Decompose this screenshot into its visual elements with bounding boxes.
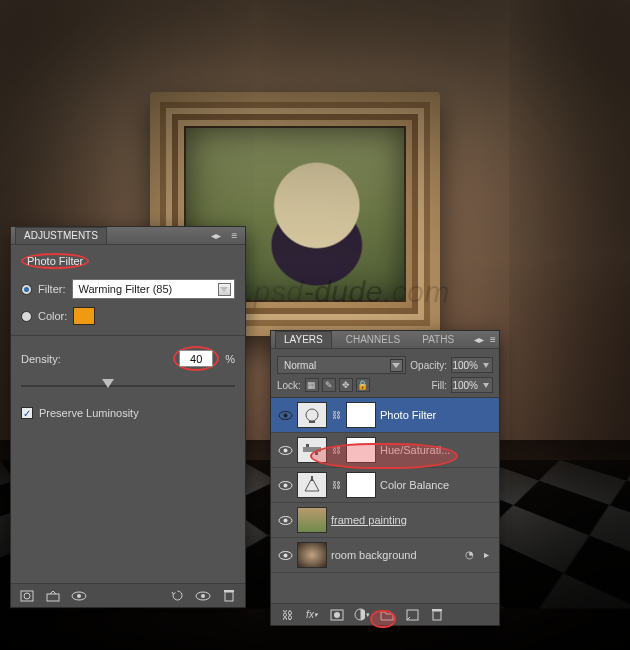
link-icon[interactable]: ⛓	[332, 480, 341, 490]
blend-value: Normal	[284, 360, 316, 371]
link-icon[interactable]: ⛓	[332, 410, 341, 420]
layers-panel[interactable]: LAYERS CHANNELS PATHS ◂▸ ≡ Normal Opacit…	[270, 330, 500, 626]
collapse-icon[interactable]: ◂▸	[209, 229, 222, 242]
svg-point-1	[24, 593, 30, 599]
filter-dropdown[interactable]: Warming Filter (85)	[72, 279, 236, 299]
layer-hue-saturation[interactable]: ⛓ Hue/Saturati...	[271, 433, 499, 468]
svg-rect-12	[309, 421, 315, 423]
layer-name[interactable]: Photo Filter	[380, 409, 436, 421]
svg-point-11	[306, 409, 318, 421]
reset-icon[interactable]	[169, 589, 185, 603]
svg-rect-17	[315, 452, 318, 455]
opacity-label: Opacity:	[410, 360, 447, 371]
visibility-icon[interactable]	[277, 513, 293, 527]
svg-rect-29	[433, 611, 441, 620]
lock-icons: ▦ ✎ ✥ 🔒	[305, 378, 370, 392]
lock-transparent-icon[interactable]: ▦	[305, 378, 319, 392]
adjustment-thumb[interactable]	[297, 437, 327, 463]
density-row: Density: 40 %	[21, 346, 235, 371]
layers-header[interactable]: LAYERS CHANNELS PATHS ◂▸ ≡	[271, 331, 499, 349]
tab-layers[interactable]: LAYERS	[275, 331, 332, 348]
layer-thumb[interactable]	[297, 542, 327, 568]
layer-photo-filter[interactable]: ⛓ Photo Filter	[271, 398, 499, 433]
clip-to-layer-icon[interactable]	[45, 589, 61, 603]
tab-channels[interactable]: CHANNELS	[338, 332, 408, 348]
visibility-icon[interactable]	[277, 408, 293, 422]
layer-mask[interactable]	[346, 472, 376, 498]
mask-icon[interactable]	[329, 608, 345, 622]
preserve-label: Preserve Luminosity	[39, 407, 139, 419]
layer-color-balance[interactable]: ⛓ Color Balance	[271, 468, 499, 503]
svg-point-26	[334, 612, 340, 618]
new-layer-icon[interactable]	[404, 608, 420, 622]
density-slider[interactable]	[21, 379, 235, 393]
adjustment-icon[interactable]: ▾	[354, 608, 370, 622]
layer-room-background[interactable]: room background ◔ ▸	[271, 538, 499, 573]
layer-mask[interactable]	[346, 437, 376, 463]
toggle-visibility-icon[interactable]	[195, 589, 211, 603]
adjustments-panel[interactable]: ADJUSTMENTS ◂▸ ≡ Photo Filter Filter: Wa…	[10, 226, 246, 608]
chevron-down-icon[interactable]	[218, 283, 231, 296]
layer-name[interactable]: framed painting	[331, 514, 407, 526]
layer-name[interactable]: room background	[331, 549, 417, 561]
opacity-input[interactable]: 100%	[451, 357, 493, 373]
svg-point-6	[201, 594, 205, 598]
smart-filters-icon[interactable]: ◔	[463, 549, 476, 562]
lock-pixels-icon[interactable]: ✎	[322, 378, 336, 392]
adjustment-thumb[interactable]	[297, 402, 327, 428]
density-input[interactable]: 40	[179, 350, 213, 367]
expand-icon[interactable]: ▸	[480, 549, 493, 562]
divider	[11, 335, 245, 336]
layer-name[interactable]: Color Balance	[380, 479, 449, 491]
layers-footer: ⛓ fx▾ ▾	[271, 603, 499, 625]
tab-paths[interactable]: PATHS	[414, 332, 462, 348]
fill-input[interactable]: 100%	[451, 377, 493, 393]
preserve-checkbox[interactable]: ✓	[21, 407, 33, 419]
svg-point-24	[283, 553, 287, 557]
svg-rect-2	[47, 594, 59, 601]
filter-label: Filter:	[38, 283, 66, 295]
density-unit: %	[225, 353, 235, 365]
adjustments-header[interactable]: ADJUSTMENTS ◂▸ ≡	[11, 227, 245, 245]
delete-icon[interactable]	[221, 589, 237, 603]
layer-framed-painting[interactable]: framed painting	[271, 503, 499, 538]
layer-name[interactable]: Hue/Saturati...	[380, 444, 450, 456]
adjustment-layer-icon[interactable]	[19, 589, 35, 603]
preserve-row: ✓ Preserve Luminosity	[21, 407, 235, 419]
layer-mask[interactable]	[346, 402, 376, 428]
color-swatch[interactable]	[73, 307, 95, 325]
svg-point-4	[77, 594, 81, 598]
svg-rect-30	[432, 609, 442, 611]
color-label: Color:	[38, 310, 67, 322]
filter-value: Warming Filter (85)	[79, 283, 173, 295]
link-icon[interactable]: ⛓	[332, 445, 341, 455]
adjustments-tab[interactable]: ADJUSTMENTS	[15, 227, 107, 244]
chevron-down-icon[interactable]	[390, 359, 403, 372]
visibility-icon[interactable]	[277, 478, 293, 492]
blend-mode-dropdown[interactable]: Normal	[277, 356, 406, 374]
lock-all-icon[interactable]: 🔒	[356, 378, 370, 392]
delete-icon[interactable]	[429, 608, 445, 622]
adjustment-type-label: Photo Filter	[21, 253, 89, 269]
density-highlight: 40	[173, 346, 219, 371]
fill-label: Fill:	[431, 380, 447, 391]
collapse-icon[interactable]: ◂▸	[474, 333, 484, 346]
svg-rect-20	[311, 476, 313, 481]
svg-rect-7	[225, 592, 233, 601]
svg-point-10	[283, 413, 287, 417]
lock-position-icon[interactable]: ✥	[339, 378, 353, 392]
group-icon[interactable]	[379, 608, 395, 622]
filter-radio[interactable]	[21, 284, 32, 295]
layer-thumb[interactable]	[297, 507, 327, 533]
visibility-icon[interactable]	[277, 548, 293, 562]
visibility-icon[interactable]	[277, 443, 293, 457]
view-previous-icon[interactable]	[71, 589, 87, 603]
link-icon[interactable]: ⛓	[279, 608, 295, 622]
fx-icon[interactable]: fx▾	[304, 608, 320, 622]
panel-menu-icon[interactable]: ≡	[490, 333, 496, 346]
svg-point-14	[283, 448, 287, 452]
color-radio[interactable]	[21, 311, 32, 322]
layers-list: ⛓ Photo Filter ⛓ Hue/Saturati... ⛓ Color…	[271, 397, 499, 573]
adjustment-thumb[interactable]	[297, 472, 327, 498]
panel-menu-icon[interactable]: ≡	[228, 229, 241, 242]
